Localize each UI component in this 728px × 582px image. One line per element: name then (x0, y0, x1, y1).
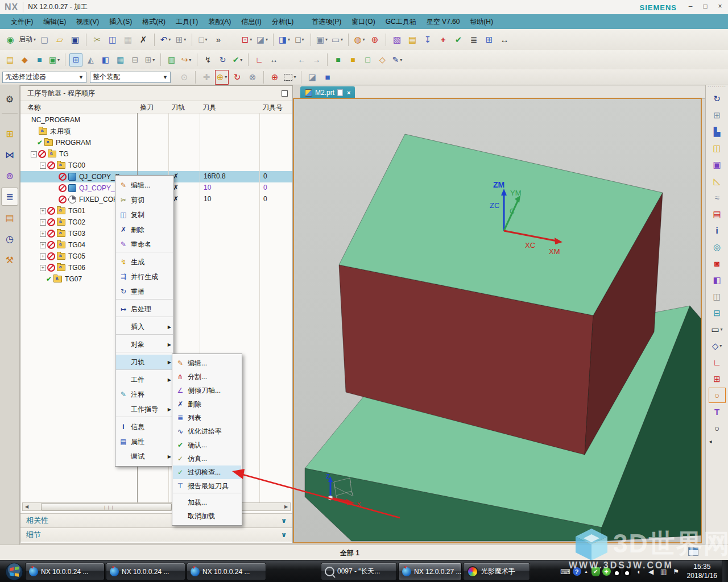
history-icon[interactable]: ◷ (2, 230, 18, 247)
toolbar-icon[interactable] (197, 53, 197, 66)
constraint-navigator-icon[interactable]: ⋈ (2, 146, 18, 163)
toolbar-icon[interactable] (160, 53, 161, 66)
rotate-sphere-icon[interactable]: ◍ (353, 32, 366, 47)
menu-item[interactable]: 插入(S) (104, 14, 137, 29)
sketch-polygon-icon[interactable]: ◇ (709, 338, 726, 354)
action-center-flag-icon[interactable]: ⚑ (671, 567, 681, 577)
show-workpiece-icon[interactable]: ■ (332, 53, 345, 66)
context-menu-item[interactable]: 调试 ▶ (116, 449, 173, 464)
context-menu-item[interactable]: i 信息 (116, 419, 173, 434)
selection-filter-dropdown[interactable]: 无选择过滤器 ▼ (2, 72, 86, 83)
toolbar-icon[interactable] (386, 34, 386, 46)
shade-analysis-icon[interactable]: ◪ (305, 70, 319, 85)
submenu-item[interactable]: 取消加载 (173, 509, 241, 523)
tree-expander[interactable]: - (40, 163, 46, 169)
copy-icon[interactable]: ◫ (106, 32, 119, 47)
context-menu-item[interactable]: ✎ 编辑... (116, 178, 173, 193)
export-display-icon[interactable]: ↧ (421, 32, 435, 47)
toolbar-icon[interactable] (301, 71, 301, 84)
scroll-right-icon[interactable]: ▶ (282, 504, 290, 509)
scroll-left-icon[interactable]: ◀ (23, 504, 31, 509)
tools-icon[interactable]: ⚒ (2, 251, 18, 268)
context-menu-item[interactable]: 刀轨 ▶ (116, 355, 173, 370)
palette-icon[interactable]: ▧ (390, 32, 404, 47)
tree-expander[interactable]: + (40, 208, 46, 214)
snap-crosshair-icon[interactable]: ⊕ (368, 32, 382, 47)
taskbar-nx10-button-3[interactable]: NX 10.0.0.24 ... (187, 563, 266, 580)
cylinder-pair-icon[interactable]: ◎ (709, 239, 726, 255)
toolbar-icon[interactable] (86, 34, 86, 46)
column-toolnumber[interactable]: 刀具号 (262, 103, 283, 113)
machining-method-view-icon[interactable]: ▦ (114, 53, 127, 66)
toolbar-icon[interactable] (192, 34, 192, 46)
create-geometry-icon[interactable]: ■ (33, 53, 46, 66)
angle-ruler-icon[interactable]: ◺ (709, 173, 726, 189)
context-menu-item[interactable]: ✎ 重命名 (116, 237, 173, 252)
safety-plus-icon[interactable]: + (602, 567, 611, 576)
quick-pick-icon[interactable]: ⊗ (246, 70, 259, 85)
submenu-item[interactable]: ∿ 优化进给率 (173, 425, 241, 438)
submenu-item[interactable]: ✓ 仿真... (173, 452, 241, 465)
part-tab[interactable]: M2.prt × (300, 86, 355, 99)
context-menu-item[interactable]: ✗ 删除 (116, 222, 173, 237)
shaded-cube-icon[interactable]: ◨ (278, 32, 291, 47)
color-map-icon[interactable]: ▤ (709, 206, 726, 222)
back-icon[interactable]: ← (295, 53, 308, 66)
taskbar-nx10-button-1[interactable]: NX 10.0.0.24 ... (25, 563, 105, 580)
submenu-item[interactable]: ✓ 过切检查... (173, 465, 241, 479)
toolbar-icon[interactable] (154, 34, 155, 46)
assembly-scope-dropdown[interactable]: 整个装配 ▼ (90, 72, 171, 83)
background-icon[interactable]: □ (293, 32, 307, 47)
machining-feature-navigator-icon[interactable]: ▤ (2, 209, 18, 226)
new-file-icon[interactable]: ▢ (38, 32, 51, 47)
3d-scene[interactable]: ZM YM ZC C XC XM Z (293, 98, 702, 543)
menu-item[interactable]: GC工具箱 (380, 14, 421, 29)
circle-tool-icon[interactable]: ○ (709, 388, 726, 403)
close-button[interactable]: × (715, 2, 725, 10)
text-tool-icon[interactable]: T (709, 404, 726, 419)
tree-expander[interactable]: - (31, 151, 37, 157)
toolbar-icon[interactable] (195, 71, 196, 84)
column-name[interactable]: 名称 (27, 103, 41, 113)
tree-row[interactable]: NC_PROGRAM (20, 114, 292, 126)
generate-toolpath-icon[interactable]: ↯ (201, 53, 214, 66)
toolbar-icon[interactable] (65, 53, 65, 66)
layers-icon[interactable]: ⊞ (482, 32, 496, 47)
input-method-icon[interactable]: ◖ (634, 567, 644, 577)
part-info-icon[interactable]: i (709, 223, 726, 238)
menu-item[interactable]: 装配(A) (203, 14, 236, 29)
menu-item[interactable]: 信息(I) (236, 14, 266, 29)
move-window-icon[interactable]: ⊞ (709, 107, 726, 123)
menu-item[interactable]: 窗口(O) (346, 14, 380, 29)
menu-item[interactable]: 首选项(P) (307, 14, 346, 29)
delete-icon[interactable]: ✗ (136, 32, 150, 47)
assembly-navigator-icon[interactable]: ⊞ (2, 125, 18, 142)
toolbar-icon[interactable] (248, 53, 249, 66)
add-view-icon[interactable]: + (436, 32, 450, 47)
ellipse-tool-icon[interactable]: ○ (709, 421, 726, 436)
section-view-icon[interactable]: ⊟ (709, 305, 726, 321)
shield-icon[interactable]: ✔ (592, 567, 600, 576)
grid-point-icon[interactable]: ⊞ (709, 371, 726, 386)
show-ipw-icon[interactable]: □ (361, 53, 374, 66)
command-finder-icon[interactable]: ⊞ (174, 32, 188, 47)
measure-icon[interactable]: ↔ (498, 32, 511, 47)
render-style-icon[interactable]: ◪ (255, 32, 269, 47)
fit-view-icon[interactable]: ⊡ (240, 32, 254, 47)
tree-row[interactable]: 未用项 (20, 126, 292, 137)
ime-keyboard-icon[interactable]: ⌨ (560, 567, 570, 577)
horizontal-scrollbar[interactable]: ◀ ❘❘❘ ▶ (22, 502, 291, 511)
create-program-icon[interactable]: ▤ (3, 53, 16, 66)
operation-navigator-icon[interactable]: ≣ (2, 188, 18, 205)
roles-gear-icon[interactable]: ⚙ (2, 89, 18, 114)
tree-row[interactable]: - TG00 (20, 160, 292, 171)
context-menu-item[interactable]: 插入 ▶ (116, 319, 173, 335)
column-toolchange[interactable]: 换刀 (140, 103, 154, 113)
submenu-item[interactable]: ∠ 侧倾刀轴... (173, 384, 241, 397)
menu-item[interactable]: 文件(F) (6, 14, 38, 29)
submenu-item[interactable]: ✔ 确认... (173, 438, 241, 452)
display-box-icon[interactable]: □ (196, 32, 210, 47)
menu-item[interactable]: 格式(R) (137, 14, 171, 29)
create-operation-icon[interactable]: ▣ (48, 53, 61, 66)
submenu-item[interactable]: ✎ 编辑... (173, 356, 241, 370)
